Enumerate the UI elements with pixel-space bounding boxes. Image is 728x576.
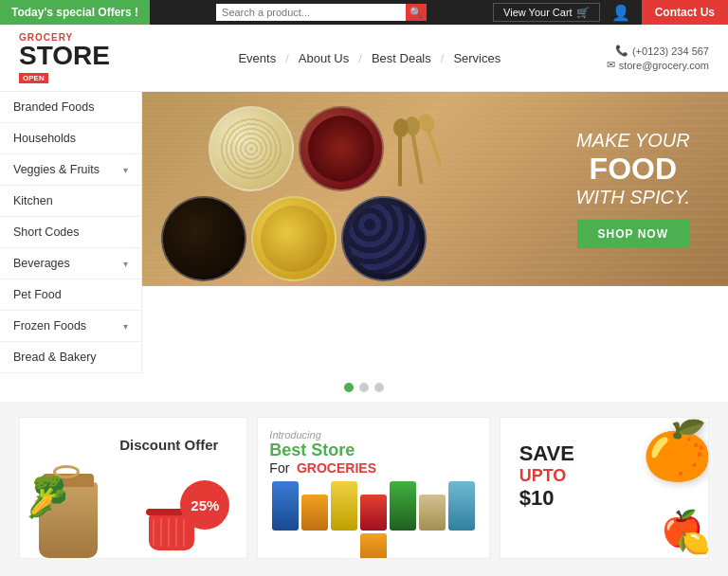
svg-rect-5	[398, 135, 402, 187]
sidebar-item-bread-bakery[interactable]: Bread & Bakery	[0, 342, 141, 373]
sidebar-item-label: Beverages	[13, 257, 70, 270]
sidebar: Branded Foods Households Veggies & Fruit…	[0, 92, 142, 373]
upto-label: UPTO	[519, 466, 574, 486]
save-label: SAVE	[519, 441, 574, 466]
promo-best-store-card: Introducing Best Store For GROCERIES	[257, 417, 489, 559]
slider-dot-3[interactable]	[374, 383, 384, 392]
offers-text: Today's special Offers !	[11, 6, 138, 19]
product-box-5	[390, 481, 416, 531]
search-icon: 🔍	[410, 7, 423, 19]
top-bar: Today's special Offers ! 🔍 View Your Car…	[0, 0, 728, 25]
basket-texture	[153, 518, 191, 547]
sidebar-item-label: Short Codes	[13, 225, 79, 239]
chevron-down-icon: ▾	[123, 259, 128, 269]
bowls-container	[152, 101, 455, 277]
logo-store: STORE	[19, 43, 133, 69]
chevron-down-icon: ▾	[123, 321, 128, 332]
sidebar-item-pet-food[interactable]: Pet Food	[0, 279, 141, 311]
introducing-label: Introducing	[269, 429, 320, 441]
main-nav: Events / About Us / Best Deals / Service…	[133, 51, 607, 65]
phone-number: (+0123) 234 567	[632, 45, 709, 57]
svg-rect-3	[410, 133, 423, 185]
sidebar-item-frozen-foods[interactable]: Frozen Foods ▾	[0, 311, 141, 342]
contact-us-label: Contact Us	[655, 6, 715, 19]
search-button[interactable]: 🔍	[406, 4, 427, 21]
discount-label: Discount Offer	[119, 437, 218, 453]
spoons-decoration	[365, 109, 441, 204]
discount-badge: 25%	[180, 480, 229, 530]
best-store-text: Introducing Best Store For GROCERIES	[269, 429, 477, 476]
shop-now-button[interactable]: SHOP NOW	[577, 220, 689, 248]
slider-dots	[0, 373, 728, 402]
for-label: For	[269, 460, 289, 476]
grocery-bag: 🥦 🌽	[27, 425, 122, 558]
pepper-emoji: 🌽	[27, 495, 53, 520]
sidebar-item-label: Veggies & Fruits	[13, 163, 100, 176]
orange-emoji: 🍊	[642, 423, 708, 479]
product-box-6	[419, 495, 446, 531]
slider-dot-2[interactable]	[359, 383, 369, 392]
hero-line2: FOOD	[576, 152, 690, 187]
bowl-turmeric	[251, 196, 337, 281]
header-email: ✉ store@grocery.com	[607, 59, 709, 71]
sidebar-item-kitchen[interactable]: Kitchen	[0, 186, 141, 217]
nav-events[interactable]: Events	[234, 51, 280, 65]
nav-sep-3: /	[441, 51, 445, 65]
logo-open-badge: OPEN	[19, 73, 48, 83]
nav-services[interactable]: Services	[449, 51, 504, 65]
logo: GROCERY STORE OPEN	[19, 32, 133, 83]
sidebar-item-label: Bread & Bakery	[13, 351, 97, 364]
promo-save-card: 🍊 🍎 🍋 SAVE UPTO $10	[500, 417, 709, 559]
contact-us-button[interactable]: Contact Us	[642, 0, 728, 25]
for-groceries-line: For GROCERIES	[269, 460, 376, 476]
sidebar-item-short-codes[interactable]: Short Codes	[0, 217, 141, 248]
nav-best-deals[interactable]: Best Deals	[368, 51, 435, 65]
hero-text: MAKE YOUR FOOD WITH SPICY. SHOP NOW	[576, 130, 690, 248]
sidebar-item-label: Frozen Foods	[13, 319, 86, 333]
bowl-cloves	[161, 196, 246, 281]
nav-sep-2: /	[358, 51, 362, 65]
product-box-2	[301, 495, 328, 531]
main-layout: Branded Foods Households Veggies & Fruit…	[0, 92, 728, 373]
sidebar-item-label: Kitchen	[13, 194, 53, 207]
promo-discount-card: 🥦 🌽 Discount Offer 25%	[19, 417, 247, 559]
sidebar-item-branded-foods[interactable]: Branded Foods	[0, 92, 141, 123]
product-box-7	[448, 481, 475, 531]
sidebar-item-label: Pet Food	[13, 288, 62, 301]
phone-icon: 📞	[615, 45, 628, 57]
sidebar-item-label: Branded Foods	[13, 100, 94, 114]
nav-sep-1: /	[285, 51, 289, 65]
product-box-8	[360, 533, 387, 559]
bowl-grains	[209, 106, 294, 191]
bowl-berries	[341, 196, 427, 281]
hero-area: MAKE YOUR FOOD WITH SPICY. SHOP NOW	[142, 92, 728, 373]
cart-text: View Your Cart	[503, 7, 573, 18]
product-box-4	[360, 495, 387, 531]
view-cart-button[interactable]: View Your Cart 🛒	[493, 3, 600, 22]
search-input[interactable]	[216, 4, 406, 21]
sidebar-item-label: Households	[13, 132, 76, 145]
account-button[interactable]: 👤	[600, 4, 642, 22]
sidebar-item-households[interactable]: Households	[0, 123, 141, 154]
product-box-3	[331, 481, 357, 531]
products-display	[269, 481, 477, 559]
chevron-down-icon: ▾	[123, 165, 128, 175]
groceries-label: GROCERIES	[297, 460, 376, 476]
promo-section: 🥦 🌽 Discount Offer 25% Introducing Best …	[0, 402, 728, 576]
header-phone: 📞 (+0123) 234 567	[615, 45, 709, 57]
lemon-emoji: 🍋	[677, 527, 708, 558]
sidebar-item-veggies[interactable]: Veggies & Fruits ▾	[0, 154, 141, 186]
svg-point-4	[393, 118, 409, 137]
best-store-label: Best Store	[269, 441, 355, 460]
nav-about[interactable]: About Us	[295, 51, 353, 65]
sidebar-item-beverages[interactable]: Beverages ▾	[0, 248, 141, 279]
amount-label: $10	[519, 486, 574, 511]
account-icon: 👤	[611, 5, 630, 21]
svg-rect-1	[427, 129, 441, 179]
orange-splash: 🍊	[642, 423, 708, 494]
offers-banner: Today's special Offers !	[0, 0, 150, 25]
slider-dot-1[interactable]	[344, 383, 354, 392]
cart-icon: 🛒	[576, 7, 590, 19]
hero-banner: MAKE YOUR FOOD WITH SPICY. SHOP NOW	[142, 92, 728, 286]
header-contact: 📞 (+0123) 234 567 ✉ store@grocery.com	[607, 45, 709, 71]
